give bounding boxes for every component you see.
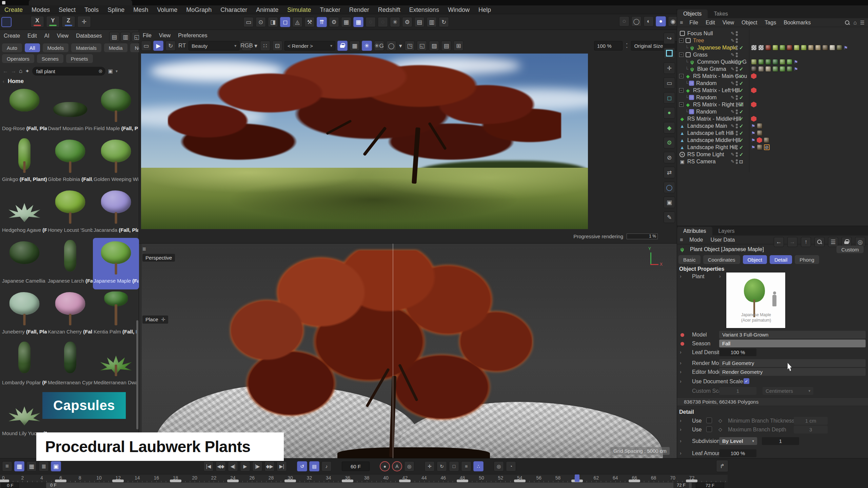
- editor-mode-select[interactable]: Render Geometry: [719, 368, 866, 376]
- menu-item-bookmarks[interactable]: Bookmarks: [780, 18, 814, 27]
- layer-icon[interactable]: ✎: [731, 138, 734, 143]
- move-icon[interactable]: ✛: [664, 62, 675, 74]
- filter-chip-coordinates[interactable]: Coordinates: [703, 255, 740, 264]
- position-key-toggle[interactable]: ✛: [425, 461, 435, 471]
- point-mode-icon[interactable]: ◌: [619, 16, 629, 26]
- object-row-rs-matrix-main-ground[interactable]: −◆RS Matrix - Main Ground✎✓: [677, 73, 868, 80]
- effects-icon[interactable]: ✳: [390, 17, 400, 27]
- visibility-dots[interactable]: [736, 53, 738, 57]
- use-min-checkbox[interactable]: ✓: [706, 418, 712, 423]
- layer-icon[interactable]: ✎: [731, 52, 734, 57]
- gear-icon[interactable]: ⚙: [329, 17, 339, 27]
- layer-icon[interactable]: ✎: [731, 66, 734, 72]
- visibility-dots[interactable]: [736, 102, 738, 107]
- disabled-tag-icon[interactable]: ⊘: [764, 144, 770, 150]
- playback-prefs-button[interactable]: ◎: [494, 461, 504, 471]
- object-row-landscape-right-hill[interactable]: ▲Landscape Right Hill✎✓⚑⊘: [677, 144, 868, 151]
- asset-item-japanese-maple[interactable]: Japanese Maple (Fall, ...: [94, 239, 138, 284]
- jump-icon[interactable]: ↪: [664, 33, 675, 44]
- home-icon[interactable]: ⌂: [853, 20, 857, 26]
- layout-icon[interactable]: ▤: [414, 17, 425, 27]
- object-row-landscape-left-hill[interactable]: ▲Landscape Left Hill✎✓⚑: [677, 129, 868, 137]
- layer-icon[interactable]: ✎: [731, 123, 734, 128]
- layer-icon[interactable]: ✎: [731, 116, 734, 121]
- asset-item-golden-weeping-willo-[interactable]: Golden Weeping Willo...: [94, 138, 138, 182]
- folder-up-icon[interactable]: ▣: [51, 461, 61, 471]
- tab-objects[interactable]: Objects: [677, 9, 708, 18]
- visibility-dots[interactable]: [736, 88, 738, 93]
- redshift-tag-icon[interactable]: [751, 87, 756, 93]
- menu-item-preferences[interactable]: Preferences: [174, 31, 211, 40]
- asset-scrollbar[interactable]: [136, 320, 138, 429]
- subdivision-expander-icon[interactable]: ›: [680, 438, 682, 444]
- z-axis-button[interactable]: Z: [62, 16, 75, 27]
- search-options-caret-icon[interactable]: ▾: [116, 69, 118, 74]
- expander-icon[interactable]: −: [679, 88, 684, 93]
- material-swatch[interactable]: [772, 59, 778, 65]
- menu-item-object[interactable]: Object: [738, 18, 761, 27]
- layer-icon[interactable]: ✎: [731, 88, 734, 93]
- menu-item-view[interactable]: View: [719, 18, 738, 27]
- edge-mode-icon[interactable]: ◯: [631, 16, 642, 26]
- menu-item-extensions[interactable]: Extensions: [405, 5, 443, 14]
- leaf-density-input[interactable]: 100 %: [719, 348, 756, 356]
- filter-chip-operators[interactable]: Operators: [2, 54, 34, 63]
- render-target-select[interactable]: < Render >▾: [284, 41, 335, 50]
- next-frame-button[interactable]: |▶: [252, 461, 262, 471]
- use-max-expander-icon[interactable]: ›: [680, 427, 682, 432]
- interactive-render-icon[interactable]: ▭: [243, 17, 254, 27]
- visibility-dots[interactable]: [736, 124, 738, 128]
- detail-list-icon[interactable]: ≣: [39, 461, 49, 471]
- material-swatch[interactable]: [808, 45, 814, 50]
- menu-item-view[interactable]: View: [155, 31, 174, 40]
- current-frame-field[interactable]: 60 F: [342, 462, 370, 471]
- layer-icon[interactable]: ✎: [731, 130, 734, 136]
- asset-item-jacaranda[interactable]: Jacaranda (Fall, Plant): [94, 188, 138, 233]
- object-row-random[interactable]: └∷Random✎✓: [677, 108, 868, 115]
- menu-item-edit[interactable]: Edit: [24, 32, 41, 40]
- object-row-common-quaking-grass[interactable]: └ψCommon Quaking Grass✎✓⚑: [677, 58, 868, 65]
- prev-key-button[interactable]: ◀◆: [216, 461, 226, 471]
- ram-preview-button[interactable]: ▤: [309, 461, 319, 471]
- render-view-icon[interactable]: ⊙: [256, 17, 266, 27]
- material-swatch[interactable]: [751, 66, 757, 72]
- tab-layers[interactable]: Layers: [712, 227, 741, 236]
- y-axis-button[interactable]: Y: [46, 16, 60, 27]
- annotation-flag-icon[interactable]: ⚑: [751, 130, 755, 136]
- material-swatch[interactable]: [758, 66, 764, 72]
- keyframe-marker[interactable]: [170, 480, 181, 482]
- solo-viewport-icon[interactable]: [664, 47, 675, 59]
- perspective-viewport[interactable]: ≡ Perspective RS Camera ▣ Place ✛ Y X Gr…: [139, 243, 677, 463]
- enabled-check-icon[interactable]: ✓: [739, 109, 744, 115]
- object-row-grass[interactable]: −Grass✎: [677, 51, 868, 58]
- grid-view-icon[interactable]: ▦: [14, 461, 24, 471]
- material-swatch[interactable]: [787, 59, 792, 65]
- menu-item-render[interactable]: Render: [345, 5, 374, 14]
- material-swatch[interactable]: [751, 45, 757, 50]
- enabled-check-icon[interactable]: ✓: [739, 73, 744, 79]
- keyframe-marker[interactable]: [55, 480, 66, 482]
- menu-item-select[interactable]: Select: [54, 5, 80, 14]
- region-frame-icon[interactable]: ◱: [417, 41, 427, 51]
- asset-item-honey-locust-sunbur-[interactable]: Honey Locust 'Sunbur...: [48, 188, 93, 233]
- search-input[interactable]: fall plant ⊗: [32, 67, 105, 76]
- plant-preview-image[interactable]: Japanese Maple (Acer palmatum): [726, 272, 786, 328]
- material-swatch[interactable]: [801, 45, 807, 50]
- cube-icon[interactable]: ◻: [664, 92, 675, 104]
- menu-item-ai[interactable]: AI: [41, 32, 53, 40]
- swap-icon[interactable]: ⇄: [664, 167, 675, 178]
- enabled-check-icon[interactable]: ✓: [739, 151, 744, 158]
- fcurve-icon[interactable]: ↱: [716, 460, 728, 472]
- cube-tool-icon[interactable]: ◻: [280, 17, 290, 27]
- season-select[interactable]: Fall: [719, 340, 866, 347]
- timeline-ruler[interactable]: 0246810121416182022242628303234363840424…: [0, 474, 728, 482]
- material-tag[interactable]: [764, 137, 769, 143]
- visibility-dots[interactable]: [736, 60, 738, 64]
- reset-icon[interactable]: ↻: [439, 17, 449, 27]
- enabled-check-icon[interactable]: ✓: [739, 116, 744, 122]
- goto-start-button[interactable]: |◀: [203, 461, 214, 471]
- point-level-animation-toggle[interactable]: ∴: [473, 461, 484, 471]
- menu-item-tracker[interactable]: Tracker: [315, 5, 344, 14]
- archive-icon[interactable]: ▣: [108, 68, 113, 74]
- model-select[interactable]: Variant 3 Full-Grown: [719, 331, 866, 339]
